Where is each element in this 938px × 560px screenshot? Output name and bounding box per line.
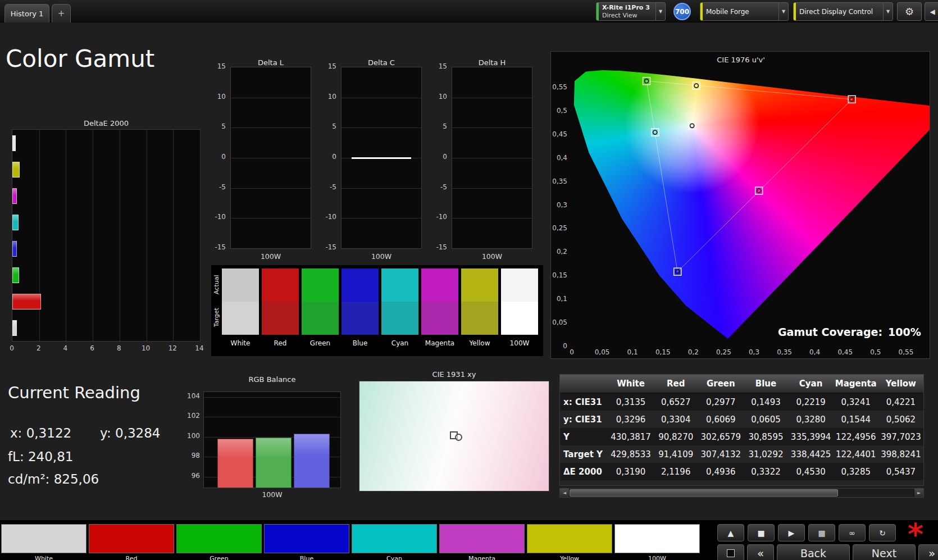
table-scrollbar[interactable]: ◄ ► — [559, 488, 924, 498]
gridline — [173, 130, 174, 341]
table-row: ΔE ITP0,456412,83163,04521,91272,04283,5… — [560, 480, 923, 486]
tick-label: 15 — [321, 62, 336, 70]
pattern-source-dropdown[interactable]: Mobile Forge ▼ — [700, 2, 789, 21]
table-cell: 12,8316 — [653, 480, 698, 486]
pattern-swatch-red[interactable] — [89, 524, 174, 553]
tick-label: 0,5 — [550, 107, 567, 115]
tick-label: -10 — [211, 213, 226, 221]
settings-button[interactable]: ⚙ — [897, 2, 922, 21]
swatch-target-red — [262, 302, 299, 335]
deltae2000-chart-title: DeltaE 2000 — [12, 119, 201, 128]
tick-label: 0,05 — [550, 318, 567, 326]
tick-label: 0,05 — [591, 348, 613, 356]
pattern-swatch-wrap: Red — [89, 524, 174, 560]
meter-dropdown[interactable]: X-Rite i1Pro 3 Direct View ▼ — [596, 2, 666, 21]
table-cell: 0,3285 — [834, 463, 878, 480]
table-col-header: Blue — [743, 375, 788, 393]
transport-row1: ▲■▶▦∞↻ — [717, 524, 896, 541]
cie1976-panel: CIE 1976 u'v' 0,550,50,450,40,350,30,250… — [550, 51, 930, 359]
deltae-bar-yellow — [12, 162, 20, 177]
table-cell: 0,4936 — [698, 463, 743, 480]
refresh-button[interactable]: ↻ — [869, 524, 896, 541]
swatch-target-green — [302, 302, 339, 335]
tick-label: -5 — [321, 183, 336, 191]
tick-label: -15 — [211, 243, 226, 251]
swatch-target-blue — [341, 302, 379, 335]
add-tab-button[interactable]: + — [52, 4, 71, 22]
pattern-swatch-wrap: Blue — [264, 524, 349, 560]
swatch-actual-100w — [501, 268, 538, 302]
deltaC-chart-title: Delta C — [341, 58, 422, 67]
tab-history-1[interactable]: History 1 — [4, 4, 49, 22]
tick-label: 0,3 — [743, 348, 766, 356]
deltaH-xlabel: 100W — [452, 252, 532, 261]
pattern-window-button[interactable] — [717, 544, 744, 560]
back-button[interactable]: Back — [777, 544, 850, 560]
table-cell: 0,1544 — [834, 411, 878, 428]
swatch-actual-yellow — [461, 268, 498, 302]
table-cell: 0,5437 — [878, 463, 923, 480]
scrollbar-track[interactable] — [570, 489, 914, 497]
display-control-dropdown[interactable]: Direct Display Control ▼ — [793, 2, 893, 21]
collapse-panel-button[interactable]: ◀ — [925, 2, 938, 21]
pattern-swatch-magenta[interactable] — [439, 524, 525, 553]
gridline — [231, 98, 311, 98]
table-row: Target Y429,853391,4109307,413231,029233… — [560, 445, 923, 463]
scroll-right-button[interactable]: ► — [914, 489, 923, 497]
swatch-label: Magenta — [421, 339, 458, 347]
tick-label: 104 — [184, 392, 200, 400]
pattern-swatch-label: Blue — [300, 555, 313, 560]
table-cell: 0,6069 — [698, 411, 743, 428]
stop-button[interactable]: ■ — [748, 524, 775, 541]
deltae-bar-red — [12, 294, 41, 309]
current-reading-x: x: 0,3122 — [10, 426, 71, 440]
back-chevron-button[interactable]: « — [747, 544, 774, 560]
pattern-swatch-white[interactable] — [1, 524, 86, 553]
cie1931-measurement-marker — [450, 431, 458, 439]
table-col-header: White — [608, 375, 653, 393]
current-reading-y: y: 0,3284 — [100, 426, 160, 440]
tick-label: 0,55 — [550, 83, 567, 91]
tick-label: 0,2 — [682, 348, 704, 356]
table-cell: 2,1270 — [878, 480, 923, 486]
left-arrow-icon: ◀ — [930, 8, 935, 16]
swatch-cyan — [381, 268, 418, 335]
pattern-swatch-100w[interactable] — [614, 524, 700, 553]
pattern-source-name: Mobile Forge — [706, 8, 775, 16]
tick-label: 0,35 — [773, 348, 796, 356]
pattern-swatch-yellow[interactable] — [527, 524, 612, 553]
eject-icon: ▲ — [728, 529, 734, 538]
eject-button[interactable]: ▲ — [717, 524, 744, 541]
rgb-balance-xlabel: 100W — [203, 490, 341, 499]
pattern-swatch-cyan[interactable] — [352, 524, 437, 553]
tick-label: 0 — [211, 153, 226, 161]
continuous-measure-button[interactable]: ∞ — [839, 524, 866, 541]
tick-label: 12 — [161, 344, 184, 352]
table-row-label: ΔE 2000 — [560, 463, 608, 480]
pattern-swatch-blue[interactable] — [264, 524, 349, 553]
tick-label: -15 — [432, 243, 447, 251]
play-button[interactable]: ▶ — [778, 524, 805, 541]
gridline — [231, 188, 311, 189]
tick-label: -5 — [432, 183, 447, 191]
tick-label: 10 — [321, 93, 336, 101]
measurement-count-badge[interactable]: 700 — [673, 3, 691, 20]
cie1976-overlay — [572, 64, 930, 347]
stop-icon: ■ — [757, 529, 764, 538]
next-button[interactable]: Next — [853, 544, 916, 560]
next-chevron-button[interactable]: » — [918, 544, 938, 560]
pattern-grid-button[interactable]: ▦ — [808, 524, 835, 541]
gridline — [452, 128, 532, 128]
scrollbar-thumb[interactable] — [570, 489, 838, 497]
actual-row-label: Actual — [213, 268, 221, 301]
swatch-white — [222, 268, 259, 335]
table-cell: 3,5843 — [834, 480, 878, 486]
swatch-blue — [341, 268, 379, 335]
swatch-actual-white — [222, 268, 259, 302]
table-row: Y430,381790,8270302,657930,8595335,39941… — [560, 428, 923, 445]
table-col-header: Magenta — [834, 375, 878, 393]
tick-label: 10 — [211, 93, 226, 101]
pattern-swatch-label: Magenta — [468, 555, 495, 560]
scroll-left-button[interactable]: ◄ — [560, 489, 570, 497]
pattern-swatch-green[interactable] — [176, 524, 262, 553]
